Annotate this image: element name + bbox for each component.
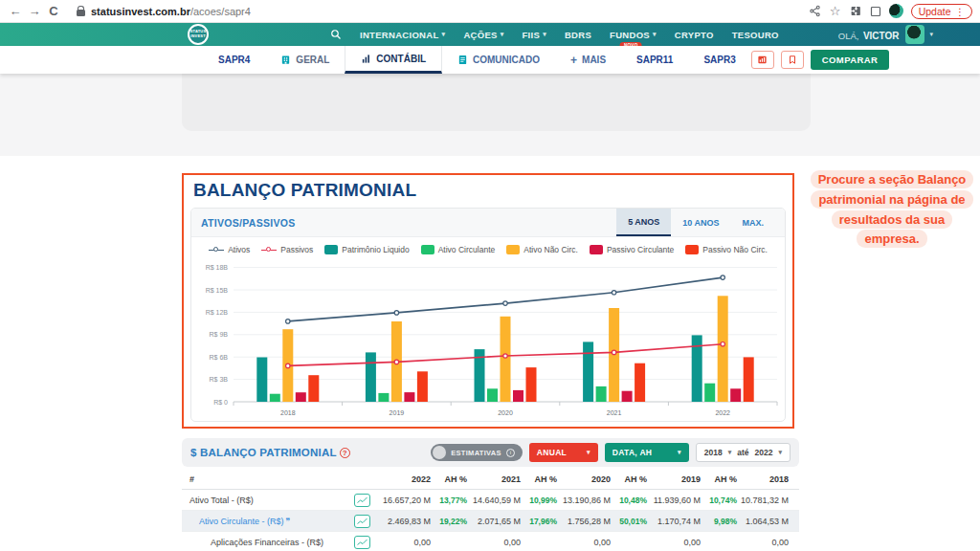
extensions-icon[interactable]	[850, 5, 862, 17]
forward-icon[interactable]: →	[25, 4, 44, 18]
nav-item-acoes[interactable]: AÇÕES▾	[463, 30, 503, 40]
cell-ah: 50,01%	[611, 517, 647, 526]
sparkline-chart-button[interactable]	[354, 494, 370, 507]
dropdown-value: ANUAL	[537, 448, 567, 457]
legend-label: Passivo Não Circ.	[702, 245, 768, 254]
toggle-knob[interactable]	[433, 446, 446, 459]
note-quote-icon[interactable]: ❞	[286, 517, 291, 526]
caret-down-icon: ▾	[653, 31, 657, 38]
share-icon[interactable]	[809, 5, 821, 17]
browser-toolbar: ← → C statusinvest.com.br/acoes/sapr4 ☆ …	[0, 0, 980, 23]
nav-item-fundos[interactable]: FUNDOS▾NOVO	[610, 30, 657, 40]
legend-ativos[interactable]: Ativos	[209, 245, 250, 254]
year-range-picker[interactable]: 2018▾ até 2022▾	[696, 443, 791, 462]
svg-text:2019: 2019	[390, 409, 405, 416]
building-icon	[280, 55, 291, 65]
bookmark-icon	[788, 55, 797, 65]
username-text: VICTOR	[863, 31, 900, 41]
back-icon[interactable]: ←	[6, 4, 25, 18]
estimativas-toggle[interactable]: ESTIMATIVAS i	[431, 444, 523, 461]
browser-update-button[interactable]: Update⋮	[911, 4, 972, 19]
tab-mais[interactable]: +MAIS	[555, 46, 621, 74]
period-dropdown[interactable]: ANUAL▾	[529, 443, 598, 462]
user-avatar[interactable]	[905, 25, 924, 44]
legend-ativo-nao-circ[interactable]: Ativo Não Circ.	[506, 245, 578, 254]
col-ah: AH %	[521, 474, 557, 484]
url-path: /acoes/sapr4	[190, 6, 251, 17]
cell-value: 1.064,53 M	[737, 517, 789, 526]
legend-label: Ativo Não Circ.	[523, 245, 578, 254]
nav-item-internacional[interactable]: INTERNACIONAL▾	[360, 30, 445, 40]
sparkline-chart-button[interactable]	[354, 515, 370, 528]
tab-geral[interactable]: GERAL	[265, 46, 345, 74]
info-icon: i	[506, 449, 515, 457]
tab-contabil-active[interactable]: CONTÁBIL	[345, 46, 442, 74]
caret-down-icon: ▾	[587, 449, 590, 456]
range-max-button[interactable]: MAX.	[731, 209, 776, 236]
caret-down-icon: ▾	[930, 31, 934, 38]
nav-item-tesouro[interactable]: TESOURO	[732, 30, 779, 40]
tab-ticker-sapr3[interactable]: SAPR3	[688, 46, 750, 74]
search-icon[interactable]	[330, 29, 342, 40]
tab-ticker-sapr4[interactable]: SAPR4	[203, 46, 265, 74]
svg-text:R$ 0: R$ 0	[213, 399, 228, 406]
range-5-anos-button[interactable]: 5 ANOS	[616, 209, 671, 236]
plus-icon: +	[570, 54, 577, 67]
view-dropdown[interactable]: DATA, AH▾	[605, 443, 689, 462]
cell-value: 11.939,60 M	[647, 496, 701, 505]
range-from-value[interactable]: 2018	[704, 448, 723, 457]
legend-passivo-circulante[interactable]: Passivo Circulante	[590, 245, 674, 254]
greeting-text: OLÁ,	[838, 31, 859, 41]
col-2020: 2020	[557, 474, 611, 484]
cell-ah: 17,96%	[521, 517, 557, 526]
logo-text-2: INVEST	[190, 34, 206, 39]
legend-passivo-nao-circ[interactable]: Passivo Não Circ.	[685, 245, 768, 254]
tab-label: MAIS	[582, 55, 606, 65]
cell-value: 1.756,28 M	[557, 517, 611, 526]
chart-legend: Ativos Passivos Patrimônio Liquido Ativo…	[191, 239, 785, 260]
balance-sheet-table: # 2022 AH % 2021 AH % 2020 AH % 2019 AH …	[182, 469, 799, 551]
ticker-subnav: SAPR4 GERAL CONTÁBIL COMUNICADO +MAIS SA…	[0, 46, 980, 74]
cell-ah: 10,74%	[701, 496, 737, 505]
legend-passivos[interactable]: Passivos	[261, 245, 313, 254]
caret-down-icon: ▾	[543, 31, 546, 38]
bookmark-star-icon[interactable]: ☆	[829, 4, 842, 18]
tab-icon[interactable]	[870, 6, 881, 17]
svg-text:R$ 3B: R$ 3B	[210, 376, 229, 383]
kebab-menu-icon[interactable]: ⋮	[955, 6, 966, 17]
caret-down-icon: ▾	[728, 449, 732, 456]
legend-patrimonio-liquido[interactable]: Patrimônio Liquido	[324, 245, 409, 254]
tab-ticker-sapr11[interactable]: SAPR11	[621, 46, 688, 74]
url-text[interactable]: statusinvest.com.br/acoes/sapr4	[91, 6, 251, 17]
range-10-anos-button[interactable]: 10 ANOS	[671, 209, 730, 236]
user-menu[interactable]: OLÁ, VICTOR ▾	[838, 25, 933, 44]
help-icon[interactable]: ?	[340, 448, 350, 458]
row-label-link[interactable]: Ativo Circulante - (R$)	[199, 517, 284, 526]
refresh-icon[interactable]: C	[44, 4, 63, 18]
annotation-text: Procure a seção Balanço patrimonial na p…	[811, 170, 974, 248]
col-2019: 2019	[647, 474, 701, 484]
nav-item-crypto[interactable]: CRYPTO	[675, 30, 714, 40]
svg-text:R$ 15B: R$ 15B	[206, 287, 229, 294]
svg-text:R$ 9B: R$ 9B	[210, 331, 229, 338]
sparkline-chart-button[interactable]	[354, 536, 370, 549]
statusinvest-logo[interactable]: STATUS INVEST	[188, 24, 209, 45]
col-ah: AH %	[611, 474, 647, 484]
tab-label: SAPR11	[636, 55, 673, 65]
table-header-row: # 2022 AH % 2021 AH % 2020 AH % 2019 AH …	[182, 469, 799, 490]
tab-comunicado[interactable]: COMUNICADO	[442, 46, 555, 74]
bookmark-button[interactable]	[781, 51, 804, 69]
compare-button[interactable]: COMPARAR	[811, 50, 889, 70]
tab-label: COMUNICADO	[473, 55, 540, 65]
browser-profile-avatar[interactable]	[889, 4, 903, 18]
nav-item-fiis[interactable]: FIIS▾	[523, 30, 546, 40]
cell-value: 2.469,83 M	[377, 517, 431, 526]
cell-ah: 10,99%	[521, 496, 557, 505]
range-to-value[interactable]: 2022	[755, 448, 773, 457]
nav-item-bdrs[interactable]: BDRS	[565, 30, 591, 40]
legend-ativo-circulante[interactable]: Ativo Circulante	[421, 245, 496, 254]
ativos-passivos-chart[interactable]: R$ 18BR$ 15BR$ 12BR$ 9BR$ 6BR$ 3BR$ 0201…	[191, 260, 785, 422]
report-icon	[757, 55, 768, 65]
address-bar[interactable]: statusinvest.com.br/acoes/sapr4	[77, 6, 251, 17]
report-button[interactable]	[751, 51, 774, 69]
